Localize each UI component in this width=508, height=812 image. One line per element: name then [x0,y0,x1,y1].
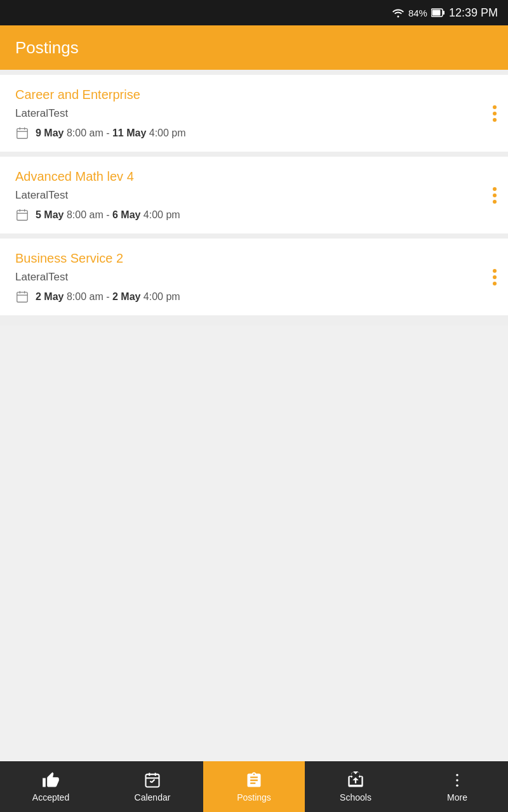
card-2-date: 5 May 8:00 am - 6 May 4:00 pm [36,209,180,221]
header: Postings [0,25,508,70]
card-2-menu-button[interactable] [489,182,500,209]
svg-rect-7 [17,211,28,221]
card-2-title: Advanced Math lev 4 [15,169,498,184]
menu-dot [493,118,497,122]
svg-rect-15 [146,775,159,787]
menu-dot [493,112,497,115]
nav-calendar-label: Calendar [135,792,171,802]
page-title: Postings [15,38,79,58]
card-3-date-row: 2 May 8:00 am - 2 May 4:00 pm [15,290,498,304]
content-area: Career and Enterprise LateralTest 9 May … [0,70,508,325]
svg-rect-11 [17,292,28,303]
status-bar: 84% 12:39 PM [0,0,508,25]
menu-dot [493,282,497,285]
card-2-subtitle: LateralTest [15,189,498,202]
nav-item-more[interactable]: More [406,761,508,812]
nav-item-accepted[interactable]: Accepted [0,761,102,812]
nav-schools-label: Schools [340,792,371,802]
nav-accepted-label: Accepted [32,792,69,802]
battery-icon [431,8,445,17]
wifi-icon [392,8,404,18]
menu-dot [493,200,497,204]
card-3-menu-button[interactable] [489,264,500,291]
status-icons: 84% 12:39 PM [392,6,498,20]
menu-dot [493,193,497,197]
nav-item-postings[interactable]: Postings [203,761,305,812]
more-nav-icon [448,771,467,790]
svg-rect-1 [432,10,440,16]
menu-dot [493,269,497,273]
posting-card-3: Business Service 2 LateralTest 2 May 8:0… [0,239,508,315]
time-display: 12:39 PM [449,6,498,20]
card-3-title: Business Service 2 [15,251,498,266]
card-3-subtitle: LateralTest [15,271,498,284]
thumbs-up-icon [41,771,60,790]
card-1-date: 9 May 8:00 am - 11 May 4:00 pm [36,128,186,139]
postings-nav-icon [244,771,264,790]
menu-dot [493,105,497,109]
calendar-icon [15,126,29,140]
svg-line-20 [152,780,155,783]
nav-more-label: More [447,792,467,802]
nav-postings-label: Postings [237,792,271,802]
schools-nav-icon [346,771,365,790]
svg-rect-3 [17,129,28,139]
calendar-icon [15,290,29,304]
battery-indicator: 84% [408,8,427,18]
card-2-date-row: 5 May 8:00 am - 6 May 4:00 pm [15,208,498,222]
svg-point-23 [456,784,458,787]
card-1-subtitle: LateralTest [15,107,498,120]
posting-card-2: Advanced Math lev 4 LateralTest 5 May 8:… [0,157,508,233]
card-1-date-row: 9 May 8:00 am - 11 May 4:00 pm [15,126,498,140]
svg-point-22 [456,779,458,782]
card-1-menu-button[interactable] [489,100,500,127]
bottom-navigation: Accepted Calendar Postings [0,761,508,812]
calendar-nav-icon [143,771,162,790]
card-3-date: 2 May 8:00 am - 2 May 4:00 pm [36,291,180,303]
nav-item-calendar[interactable]: Calendar [102,761,203,812]
svg-line-19 [150,781,152,782]
nav-item-schools[interactable]: Schools [305,761,406,812]
card-1-title: Career and Enterprise [15,88,498,102]
menu-dot [493,187,497,191]
svg-point-21 [456,774,458,776]
posting-card-1: Career and Enterprise LateralTest 9 May … [0,75,508,152]
calendar-icon [15,208,29,222]
menu-dot [493,275,497,279]
svg-rect-2 [443,11,444,15]
